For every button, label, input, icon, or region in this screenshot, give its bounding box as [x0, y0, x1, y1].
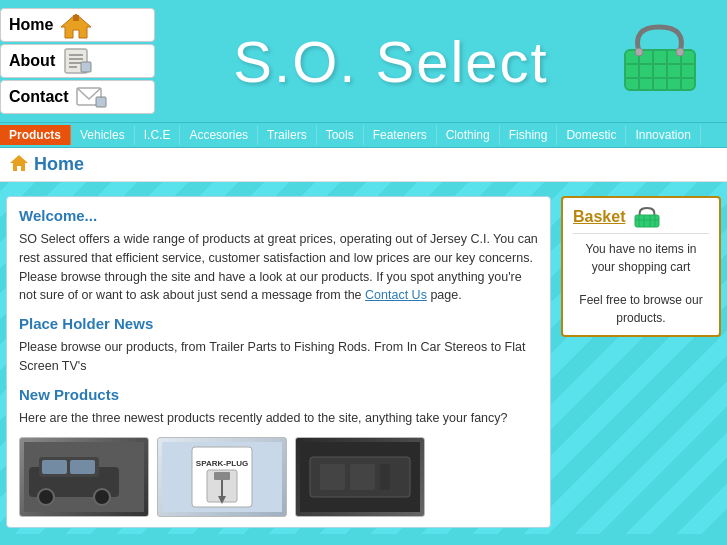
nav-item-accesories[interactable]: Accesories: [180, 125, 258, 145]
about-nav-icon: [61, 48, 95, 74]
breadcrumb: Home: [0, 148, 727, 182]
svg-rect-38: [380, 464, 390, 490]
nav-item-products[interactable]: Products: [0, 125, 71, 145]
svg-rect-7: [81, 62, 91, 72]
sidebar-basket-header: Basket: [573, 206, 709, 234]
product-thumb-3[interactable]: [295, 437, 425, 517]
logo-area: S.O. Select: [165, 28, 617, 95]
nav-item-clothing[interactable]: Clothing: [437, 125, 500, 145]
contact-nav-icon: [75, 84, 109, 110]
header: Home About: [0, 0, 727, 122]
no-items-text: You have no items in your shopping cart: [573, 240, 709, 276]
new-products-title: New Products: [19, 386, 538, 403]
home-nav-icon: [59, 12, 93, 38]
svg-rect-10: [625, 50, 695, 90]
home-icon: [10, 154, 28, 175]
nav-item-fishing[interactable]: Fishing: [500, 125, 558, 145]
nav-item-innovation[interactable]: Innovation: [626, 125, 700, 145]
welcome-text: SO Select offers a wide range of product…: [19, 230, 538, 305]
welcome-title: Welcome...: [19, 207, 538, 224]
svg-marker-19: [10, 155, 28, 171]
contact-nav-button[interactable]: Contact: [0, 80, 155, 114]
svg-point-18: [676, 48, 684, 56]
nav-item-trailers[interactable]: Trailers: [258, 125, 317, 145]
svg-rect-24: [70, 460, 95, 474]
svg-text:SPARK-PLUG: SPARK-PLUG: [196, 459, 248, 468]
products-row: SPARK-PLUG: [19, 437, 538, 517]
content-area: Welcome... SO Select offers a wide range…: [6, 196, 551, 528]
browse-text: Feel free to browse our products.: [573, 291, 709, 327]
placeholder-news-text: Please browse our products, from Trailer…: [19, 338, 538, 376]
nav-item-vehicles[interactable]: Vehicles: [71, 125, 135, 145]
contact-nav-label: Contact: [9, 88, 69, 106]
contact-link[interactable]: Contact Us: [365, 288, 427, 302]
home-nav-button[interactable]: Home: [0, 8, 155, 42]
svg-rect-1: [73, 15, 79, 21]
breadcrumb-text: Home: [34, 154, 84, 175]
new-products-text: Here are the three newest products recen…: [19, 409, 538, 428]
svg-rect-31: [214, 472, 230, 480]
product-thumb-1[interactable]: [19, 437, 149, 517]
sidebar-basket: Basket You have no items in your shoppin…: [561, 196, 721, 337]
svg-point-25: [38, 489, 54, 505]
home-nav-label: Home: [9, 16, 53, 34]
svg-point-26: [94, 489, 110, 505]
svg-rect-9: [96, 97, 106, 107]
about-nav-button[interactable]: About: [0, 44, 155, 78]
nav-item-domestic[interactable]: Domestic: [557, 125, 626, 145]
sidebar: Basket You have no items in your shoppin…: [561, 196, 721, 528]
logo-text: S.O. Select: [233, 28, 548, 95]
header-nav: Home About: [0, 8, 155, 114]
svg-rect-23: [42, 460, 67, 474]
basket-header-icon: [617, 17, 702, 105]
svg-point-17: [635, 48, 643, 56]
svg-rect-36: [320, 464, 345, 490]
about-nav-label: About: [9, 52, 55, 70]
nav-bar: Products Vehicles I.C.E Accesories Trail…: [0, 122, 727, 148]
main-content: Welcome... SO Select offers a wide range…: [0, 182, 727, 534]
nav-item-tools[interactable]: Tools: [317, 125, 364, 145]
basket-title: Basket: [573, 208, 625, 226]
nav-item-feateners[interactable]: Feateners: [364, 125, 437, 145]
svg-rect-37: [350, 464, 375, 490]
placeholder-news-title: Place Holder News: [19, 315, 538, 332]
product-thumb-2[interactable]: SPARK-PLUG: [157, 437, 287, 517]
nav-item-ice[interactable]: I.C.E: [135, 125, 181, 145]
